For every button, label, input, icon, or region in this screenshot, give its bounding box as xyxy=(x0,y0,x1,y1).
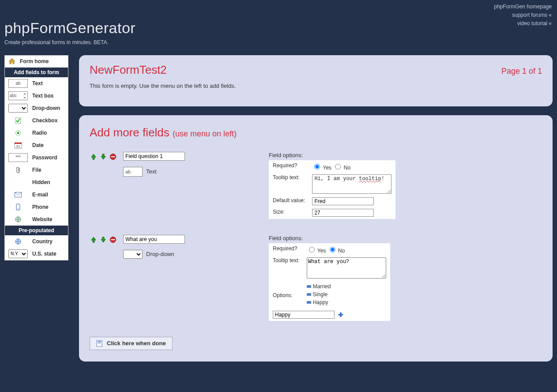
option-text: Happy xyxy=(313,299,328,305)
required-yes[interactable]: Yes xyxy=(307,248,326,254)
done-button[interactable]: Click here when done xyxy=(90,337,173,350)
sidebar-item-text[interactable]: abText xyxy=(5,77,68,90)
sidebar-item-drop-down[interactable]: Drop-down xyxy=(5,102,68,114)
app-tagline: Create professional forms in minutes. BE… xyxy=(4,39,557,45)
home-icon xyxy=(8,58,15,64)
required-no[interactable]: No xyxy=(327,248,345,254)
sidebar-item-e-mail[interactable]: E-mail xyxy=(5,188,68,201)
field-options-label: Field options: xyxy=(269,152,395,160)
delete-icon[interactable] xyxy=(109,236,117,244)
radio-icon xyxy=(8,128,28,137)
field-type-label: Drop-down xyxy=(146,251,174,257)
checkbox-icon xyxy=(8,116,28,125)
svg-rect-12 xyxy=(111,156,115,157)
remove-option-icon[interactable] xyxy=(307,293,311,296)
sidebar-item-label: File xyxy=(32,167,41,173)
size-label: Size: xyxy=(269,207,309,219)
video-tutorial-link[interactable]: video tutorial « xyxy=(517,20,552,26)
option-item: Happy xyxy=(307,299,386,305)
add-fields-title: Add more fields xyxy=(90,126,169,139)
sidebar-section-prepopulated: Pre-populated xyxy=(5,226,68,235)
required-label: Required? xyxy=(269,244,303,256)
sidebar-item-password[interactable]: ***Password xyxy=(5,151,68,164)
sidebar-item-label: Password xyxy=(32,155,57,161)
done-button-label: Click here when done xyxy=(107,340,166,347)
tooltip-label: Tooltip text: xyxy=(269,256,303,282)
sidebar-item-date[interactable]: 31Date xyxy=(5,139,68,151)
text-preview-icon: ab xyxy=(123,167,143,177)
sidebar-item-u-s-state[interactable]: N.Y.U.S. state xyxy=(5,248,68,260)
sidebar-item-radio[interactable]: Radio xyxy=(5,127,68,139)
save-icon xyxy=(96,340,103,347)
field-question-input[interactable] xyxy=(123,235,185,244)
option-text: Married xyxy=(313,283,331,290)
sidebar-item-label: Country xyxy=(32,238,53,245)
envelope-icon xyxy=(8,190,28,199)
required-yes[interactable]: Yes xyxy=(312,165,331,171)
svg-rect-4 xyxy=(15,143,22,144)
textbox-preview-icon: abc xyxy=(8,91,28,100)
sidebar-item-country[interactable]: Country xyxy=(5,235,68,248)
sidebar-item-file[interactable]: File xyxy=(5,164,68,176)
field-block: Drop-downField options:Required? Yes NoT… xyxy=(90,235,542,321)
required-no[interactable]: No xyxy=(333,165,350,171)
text-preview-icon: ab xyxy=(8,79,28,88)
add-option-icon[interactable]: ✚ xyxy=(338,311,343,318)
sidebar-item-label: Drop-down xyxy=(32,105,60,111)
sidebar-item-phone[interactable]: Phone xyxy=(5,201,68,213)
option-text: Single xyxy=(313,291,327,298)
svg-point-2 xyxy=(17,132,19,134)
support-forums-link[interactable]: support forums « xyxy=(512,12,552,18)
sidebar-item-label: Website xyxy=(32,216,53,222)
app-title: phpFormGenerator xyxy=(4,19,557,37)
page-indicator: Page 1 of 1 xyxy=(501,67,542,76)
default-value-input[interactable] xyxy=(312,197,374,205)
paperclip-icon xyxy=(8,166,28,174)
option-item: Married xyxy=(307,283,386,290)
move-down-icon[interactable] xyxy=(99,236,107,244)
default-value-label: Default value: xyxy=(269,196,309,207)
field-type-label: Text xyxy=(146,168,157,175)
phone-icon xyxy=(8,203,28,211)
form-title: NewFormTest2 xyxy=(90,63,167,77)
move-down-icon[interactable] xyxy=(99,153,107,161)
text-preview-icon: *** xyxy=(8,153,28,162)
state-select-preview: N.Y. xyxy=(8,249,28,258)
tooltip-textarea[interactable] xyxy=(307,257,386,279)
field-options-label: Field options: xyxy=(269,235,390,243)
globe-icon xyxy=(8,215,28,224)
remove-option-icon[interactable] xyxy=(307,301,311,304)
dropdown-preview-icon xyxy=(123,250,143,259)
homepage-link[interactable]: phpFormGen homepage xyxy=(494,4,552,10)
globe-icon xyxy=(8,237,28,246)
form-home-link[interactable]: Form home xyxy=(5,56,68,68)
option-item: Single xyxy=(307,291,386,298)
add-fields-subtitle: (use menu on left) xyxy=(173,129,237,138)
new-option-input[interactable] xyxy=(273,311,335,319)
sidebar: Form home Add fields to form abTextabcTe… xyxy=(4,55,68,260)
hidden-preview-icon xyxy=(8,178,28,187)
svg-rect-14 xyxy=(111,239,115,240)
form-preview-panel: NewFormTest2 Page 1 of 1 This form is em… xyxy=(79,55,553,106)
remove-option-icon[interactable] xyxy=(307,285,311,288)
size-input[interactable] xyxy=(312,209,374,217)
svg-rect-16 xyxy=(98,341,101,342)
tooltip-textarea[interactable]: Hi, I am your tooltip! xyxy=(312,174,391,194)
sidebar-item-hidden[interactable]: Hidden xyxy=(5,176,68,188)
sidebar-item-website[interactable]: Website xyxy=(5,213,68,226)
move-up-icon[interactable] xyxy=(90,236,98,244)
delete-icon[interactable] xyxy=(109,153,117,161)
required-label: Required? xyxy=(269,161,309,173)
sidebar-item-text-box[interactable]: abcText box xyxy=(5,90,68,102)
field-block: abTextField options:Required? Yes NoTool… xyxy=(90,152,542,219)
sidebar-item-checkbox[interactable]: Checkbox xyxy=(5,114,68,127)
field-question-input[interactable] xyxy=(123,152,185,161)
sidebar-item-label: E-mail xyxy=(32,192,48,198)
sidebar-item-label: Text xyxy=(32,80,43,87)
svg-rect-8 xyxy=(17,205,19,208)
dropdown-preview-icon xyxy=(8,104,28,113)
sidebar-item-label: U.S. state xyxy=(32,251,56,257)
move-up-icon[interactable] xyxy=(90,153,98,161)
sidebar-item-label: Date xyxy=(32,142,44,148)
svg-rect-17 xyxy=(98,343,101,343)
